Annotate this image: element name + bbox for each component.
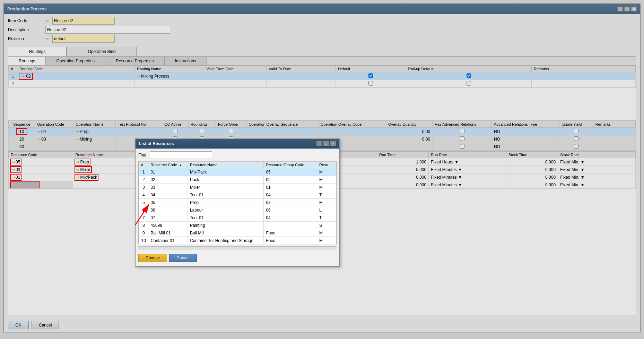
modal-col-code: Resource Code ▲ (148, 162, 188, 168)
modal-list-item[interactable]: 3 03 Mixer 01 M (139, 184, 336, 191)
modal-cancel-button[interactable]: Cancel (169, 254, 197, 262)
modal-list-item[interactable]: 8 45698 Painting S (139, 222, 336, 229)
modal-title-bar: List of Resources _ □ ✕ (136, 139, 339, 149)
modal-overlay: List of Resources _ □ ✕ Find # (0, 0, 644, 339)
modal-list-item[interactable]: 9 Ball Mill 01 Ball Mill Food M (139, 229, 336, 237)
find-input[interactable] (150, 151, 212, 159)
modal-resources-table: # Resource Code ▲ Resource Name Resource… (139, 161, 336, 244)
modal-controls: _ □ ✕ (316, 141, 336, 146)
list-of-resources-modal: List of Resources _ □ ✕ Find # (135, 139, 340, 267)
modal-title: List of Resources (139, 141, 174, 146)
modal-col-group: Resource Group Code (264, 162, 317, 168)
modal-minimize-button[interactable]: _ (316, 141, 322, 146)
modal-scrollbar[interactable] (138, 246, 337, 250)
modal-content: Find # Resource Code ▲ Resource Name Res… (136, 149, 339, 266)
modal-col-type: Reso... (317, 162, 336, 168)
modal-col-num: # (139, 162, 148, 168)
modal-list-item[interactable]: 4 04 Tool-01 04 T (139, 191, 336, 199)
modal-col-name: Resource Name (188, 162, 264, 168)
modal-list-item[interactable]: 2 02 Pack 02 M (139, 176, 336, 184)
modal-maximize-button[interactable]: □ (323, 141, 329, 146)
modal-list-item[interactable]: 7 07 Tool-01 04 T (139, 214, 336, 222)
find-row: Find (138, 151, 337, 159)
modal-close-button[interactable]: ✕ (330, 141, 336, 146)
modal-buttons: Choose Cancel (138, 252, 337, 264)
modal-list-item[interactable]: 5 05 Prep 03 M (139, 199, 336, 206)
modal-list-item[interactable]: 6 06 Labour 06 L (139, 206, 336, 214)
find-label: Find (138, 153, 146, 158)
modal-list-item[interactable]: 1 01 Mix/Pack 05 M (139, 168, 336, 176)
modal-list-item[interactable]: 10 Container 01 Container for Heating an… (139, 237, 336, 244)
choose-button[interactable]: Choose (138, 254, 167, 262)
modal-grid[interactable]: # Resource Code ▲ Resource Name Resource… (138, 161, 337, 244)
